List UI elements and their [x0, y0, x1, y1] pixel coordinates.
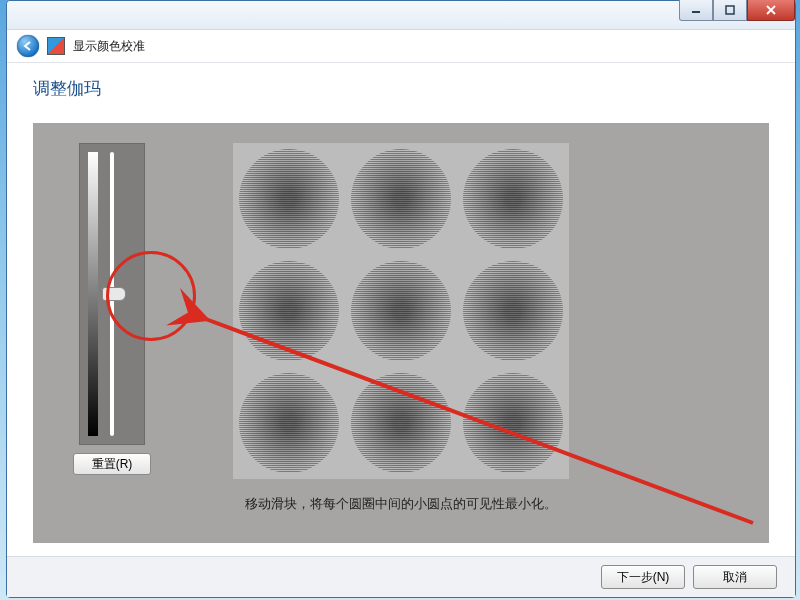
gamma-dot	[457, 143, 569, 255]
titlebar	[7, 1, 795, 30]
app-icon	[47, 37, 65, 55]
close-button[interactable]	[747, 0, 795, 21]
app-title: 显示颜色校准	[73, 38, 145, 55]
gamma-dot	[345, 255, 457, 367]
gamma-dot	[233, 255, 345, 367]
gamma-dot	[345, 143, 457, 255]
gamma-dot	[345, 367, 457, 479]
reset-button[interactable]: 重置(R)	[73, 453, 151, 475]
arrow-left-icon	[22, 40, 34, 52]
wizard-footer: 下一步(N) 取消	[7, 556, 795, 597]
gradient-strip	[88, 152, 98, 436]
slider-thumb[interactable]	[102, 287, 126, 301]
breadcrumb: 显示颜色校准	[7, 30, 795, 63]
back-button[interactable]	[17, 35, 39, 57]
gamma-dot	[457, 255, 569, 367]
page-body: 调整伽玛 重置(R) 移动滑块，将每个圆圈中间的小圆点的可见性最小化。	[7, 63, 795, 597]
instruction-text: 移动滑块，将每个圆圈中间的小圆点的可见性最小化。	[33, 495, 769, 513]
gamma-preview-grid	[233, 143, 569, 479]
window: 显示颜色校准 调整伽玛 重置(R) 移动滑块，将每个圆圈中间的	[6, 0, 796, 598]
calibration-panel: 重置(R) 移动滑块，将每个圆圈中间的小圆点的可见性最小化。	[33, 123, 769, 543]
gamma-slider[interactable]	[79, 143, 145, 445]
window-controls	[679, 0, 795, 21]
gamma-dot	[233, 143, 345, 255]
svg-rect-1	[726, 6, 734, 14]
gamma-dot	[233, 367, 345, 479]
minimize-button[interactable]	[679, 0, 713, 21]
gamma-dot	[457, 367, 569, 479]
cancel-button[interactable]: 取消	[693, 565, 777, 589]
page-heading: 调整伽玛	[7, 63, 795, 108]
maximize-button[interactable]	[713, 0, 747, 21]
next-button[interactable]: 下一步(N)	[601, 565, 685, 589]
